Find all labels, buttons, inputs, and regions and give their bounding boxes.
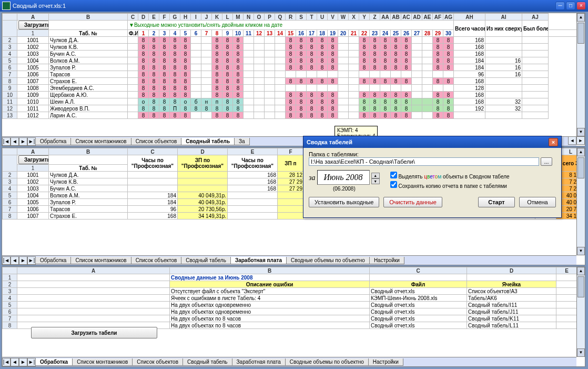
tabno[interactable]: 1002 [17, 44, 49, 51]
cell[interactable]: 8 [370, 92, 380, 98]
cell[interactable]: 8 [317, 37, 328, 44]
cell[interactable] [433, 71, 443, 78]
cell[interactable]: 8 [180, 57, 191, 64]
cell[interactable]: П [170, 105, 180, 112]
cell[interactable] [412, 71, 422, 78]
cell[interactable] [244, 37, 254, 44]
cell[interactable] [191, 64, 201, 71]
cell[interactable]: 8 [170, 112, 180, 119]
cell[interactable]: 8 [159, 44, 170, 51]
cell[interactable] [328, 71, 338, 78]
cell[interactable] [422, 64, 433, 71]
cell[interactable]: 8 [391, 92, 401, 98]
cell[interactable]: 8 [180, 44, 191, 51]
cell[interactable]: 8 [380, 112, 391, 119]
cell[interactable]: 8 [380, 37, 391, 44]
cell[interactable] [265, 51, 275, 57]
cell[interactable]: 8 [317, 64, 328, 71]
cell[interactable] [296, 85, 307, 92]
cell[interactable]: н [201, 98, 212, 105]
cell[interactable]: 8 [212, 44, 222, 51]
cell[interactable] [201, 71, 212, 78]
cell[interactable]: 8 [433, 92, 443, 98]
tab-Сводный табель[interactable]: Сводный табель [181, 257, 231, 264]
cell[interactable]: 8 [296, 44, 307, 51]
cell[interactable]: 8 [191, 105, 201, 112]
tabno[interactable]: 1012 [17, 112, 49, 119]
load-button-1[interactable]: Загрузить табели [18, 21, 49, 29]
cell[interactable]: 8 [359, 44, 370, 51]
hours[interactable]: 128 [454, 85, 485, 92]
cell[interactable]: 8 [317, 112, 328, 119]
cell[interactable] [422, 112, 433, 119]
cell[interactable] [412, 57, 422, 64]
load-button-2[interactable]: Загрузить табели [18, 155, 49, 164]
day-25[interactable]: 25 [391, 30, 401, 37]
cell[interactable]: 8 [180, 112, 191, 119]
browse-button[interactable]: ... [541, 157, 552, 166]
cell[interactable] [265, 71, 275, 78]
cell[interactable]: 8 [370, 57, 380, 64]
cell[interactable]: 8 [286, 64, 296, 71]
cell[interactable] [422, 44, 433, 51]
tabno[interactable]: 1004 [17, 57, 49, 64]
cell[interactable]: 8 [212, 85, 222, 92]
cell[interactable]: 8 [307, 51, 317, 57]
cell[interactable] [317, 85, 328, 92]
cell[interactable] [254, 112, 265, 119]
cell[interactable] [191, 85, 201, 92]
day-26[interactable]: 26 [401, 30, 412, 37]
cell[interactable]: 8 [222, 64, 233, 71]
cell[interactable]: 8 [159, 105, 170, 112]
cell[interactable]: 8 [159, 64, 170, 71]
cell[interactable]: 8 [401, 51, 412, 57]
fio[interactable]: Зупалов Р. [49, 64, 128, 71]
day-27[interactable]: 27 [412, 30, 422, 37]
tabno[interactable]: 1005 [17, 64, 49, 71]
cell[interactable] [349, 105, 359, 112]
tab-Сводный табель[interactable]: Сводный табель [183, 358, 232, 366]
cell[interactable]: 8 [359, 64, 370, 71]
cell[interactable] [412, 37, 422, 44]
cell[interactable]: 8 [212, 51, 222, 57]
cell[interactable]: 8 [443, 105, 454, 112]
cell[interactable]: 8 [317, 105, 328, 112]
cell[interactable]: 8 [222, 105, 233, 112]
cell[interactable]: 8 [149, 57, 159, 64]
cell[interactable] [412, 44, 422, 51]
cell[interactable]: п [212, 98, 222, 105]
cell[interactable]: 8 [401, 105, 412, 112]
cell[interactable]: 8 [222, 98, 233, 105]
cell[interactable]: 8 [222, 112, 233, 119]
cell[interactable] [128, 105, 138, 112]
cell[interactable]: 8 [328, 105, 338, 112]
cell[interactable]: 8 [359, 98, 370, 105]
cell[interactable] [128, 85, 138, 92]
cell[interactable]: 8 [170, 57, 180, 64]
cell[interactable]: 8 [370, 51, 380, 57]
hours[interactable]: 184 [454, 64, 485, 71]
cell[interactable]: 8 [370, 105, 380, 112]
tab-Список объектов[interactable]: Список объектов [131, 257, 182, 264]
cell[interactable] [275, 78, 286, 85]
cell[interactable]: 8 [391, 78, 401, 85]
tab-Заработная плата[interactable]: Заработная плата [232, 358, 286, 366]
cell[interactable] [370, 85, 380, 92]
cell[interactable] [128, 44, 138, 51]
cell[interactable] [296, 71, 307, 78]
cell[interactable]: 8 [443, 92, 454, 98]
cell[interactable]: 8 [170, 64, 180, 71]
cell[interactable] [338, 85, 349, 92]
hours[interactable]: 168 [454, 98, 485, 105]
cell[interactable] [201, 51, 212, 57]
cell[interactable] [254, 64, 265, 71]
cell[interactable]: 8 [433, 51, 443, 57]
cell[interactable]: 8 [212, 57, 222, 64]
day-20[interactable]: 20 [338, 30, 349, 37]
month-down[interactable]: ▼ [371, 178, 380, 184]
cell[interactable]: 8 [170, 78, 180, 85]
btn-start[interactable]: Старт [478, 197, 515, 207]
cell[interactable] [254, 98, 265, 105]
cell[interactable]: 8 [149, 98, 159, 105]
cell[interactable] [433, 85, 443, 92]
